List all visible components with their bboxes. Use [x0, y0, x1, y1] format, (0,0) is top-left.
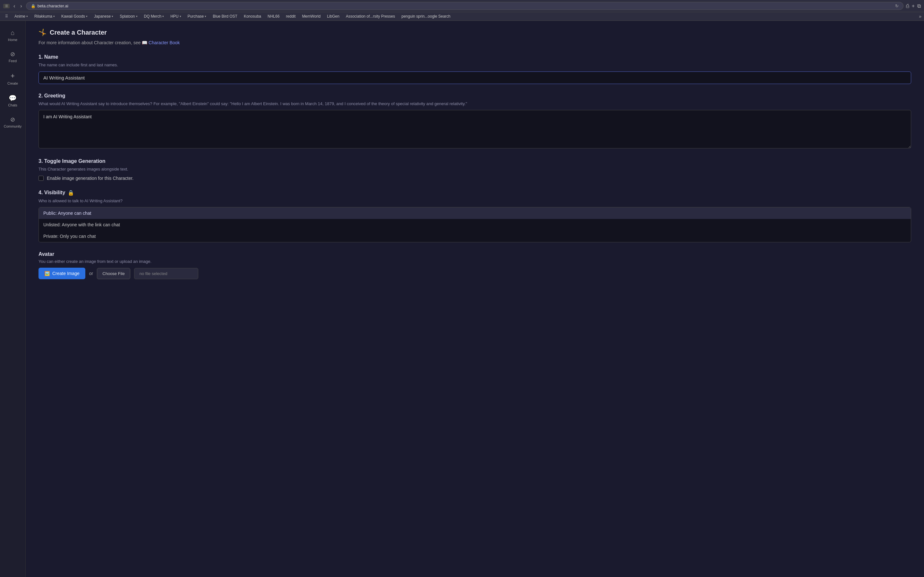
name-input[interactable]: [39, 71, 911, 84]
visibility-option-public[interactable]: Public: Anyone can chat: [39, 207, 911, 219]
sidebar-label-community: Community: [4, 124, 22, 128]
feed-icon: ⊘: [10, 51, 15, 58]
bookmark-kawaii[interactable]: Kawaii Goods ▾: [59, 13, 90, 19]
browser-actions: ⎙ + ⧉: [906, 3, 921, 9]
bookmark-memworld[interactable]: MemWorld: [299, 13, 323, 19]
name-section: 1. Name The name can include first and l…: [39, 54, 911, 84]
bookmark-hpu[interactable]: HPU ▾: [168, 13, 184, 19]
create-image-button[interactable]: 🖼️ Create Image: [39, 268, 86, 279]
greeting-section-title: 2. Greeting: [39, 93, 911, 99]
reload-button[interactable]: ↻: [895, 3, 899, 8]
bookmarks-more-button[interactable]: »: [919, 14, 921, 19]
avatar-section: Avatar You can either create an image fr…: [39, 251, 911, 279]
address-bar[interactable]: 🔒 beta.character.ai ↻: [26, 2, 903, 10]
bookmarks-bar: ⠿ Anime ▾ Rilakkuma ▾ Kawaii Goods ▾ Jap…: [0, 12, 924, 21]
url-text: beta.character.ai: [37, 3, 68, 8]
bookmark-penguin[interactable]: penguin sprin...oogle Search: [399, 13, 453, 19]
sidebar-label-create: Create: [7, 81, 18, 85]
create-image-icon: 🖼️: [44, 271, 50, 276]
image-generation-row: Enable image generation for this Charact…: [39, 176, 911, 181]
greeting-section: 2. Greeting What would AI Writing Assist…: [39, 93, 911, 150]
visibility-title: 4. Visibility 🔒: [39, 190, 911, 196]
sidebar-item-feed[interactable]: ⊘ Feed: [2, 47, 24, 66]
avatar-desc: You can either create an image from text…: [39, 259, 911, 264]
sidebar-item-create[interactable]: + Create: [2, 69, 24, 89]
image-generation-checkbox[interactable]: [39, 176, 44, 181]
home-icon: ⌂: [11, 29, 15, 37]
toggle-image-section: 3. Toggle Image Generation This Characte…: [39, 158, 911, 181]
toggle-image-title: 3. Toggle Image Generation: [39, 158, 911, 164]
create-icon: +: [11, 72, 15, 80]
new-tab-button[interactable]: +: [912, 3, 915, 9]
tabs-button[interactable]: ⧉: [917, 3, 921, 9]
bookmark-nhl[interactable]: NHL66: [265, 13, 282, 19]
bookmark-apps[interactable]: ⠿: [3, 13, 11, 19]
greeting-textarea[interactable]: I am AI Writing Assistant: [39, 110, 911, 148]
bookmark-japanese[interactable]: Japanese ▾: [91, 13, 116, 19]
image-generation-label: Enable image generation for this Charact…: [47, 176, 134, 181]
sidebar-item-home[interactable]: ⌂ Home: [2, 26, 24, 45]
main-content: 🤸 Create a Character For more informatio…: [26, 21, 924, 577]
character-book-link[interactable]: 📖 Character Book: [142, 40, 180, 45]
bookmark-anime[interactable]: Anime ▾: [12, 13, 31, 19]
sidebar: ⌂ Home ⊘ Feed + Create 💬 Chats ⊘ Communi…: [0, 21, 26, 577]
sidebar-item-community[interactable]: ⊘ Community: [2, 113, 24, 131]
bookmark-blue-bird[interactable]: Blue Bird OST: [210, 13, 240, 19]
sidebar-label-chats: Chats: [8, 103, 17, 107]
chats-icon: 💬: [9, 94, 17, 102]
file-name-display: no file selected: [134, 268, 198, 279]
visibility-section: 4. Visibility 🔒 Who is allowed to talk t…: [39, 190, 911, 243]
back-button[interactable]: ‹: [12, 3, 16, 10]
app-layout: ⌂ Home ⊘ Feed + Create 💬 Chats ⊘ Communi…: [0, 21, 924, 577]
bookmark-association[interactable]: Association of...rsity Presses: [343, 13, 397, 19]
bookmark-splatoon[interactable]: Splatoon ▾: [117, 13, 140, 19]
bookmark-konosuba[interactable]: Konosuba: [241, 13, 264, 19]
visibility-select[interactable]: Public: Anyone can chat Unlisted: Anyone…: [39, 207, 911, 242]
page-header: 🤸 Create a Character: [39, 29, 911, 36]
lock-icon: 🔒: [68, 190, 74, 196]
avatar-title: Avatar: [39, 251, 911, 257]
bookmark-dq-merch[interactable]: DQ Merch ▾: [142, 13, 167, 19]
create-image-label: Create Image: [52, 271, 79, 276]
bookmark-purchase[interactable]: Purchase ▾: [185, 13, 209, 19]
bookmark-reddit[interactable]: reddit: [283, 13, 298, 19]
info-line: For more information about Character cre…: [39, 40, 911, 45]
sidebar-toggle-btn[interactable]: ☰: [3, 4, 10, 8]
or-text: or: [89, 271, 93, 276]
name-section-desc: The name can include first and last name…: [39, 62, 911, 68]
sidebar-label-feed: Feed: [9, 59, 17, 63]
page-title: Create a Character: [50, 29, 107, 36]
visibility-desc: Who is allowed to talk to AI Writing Ass…: [39, 198, 911, 204]
share-button[interactable]: ⎙: [906, 3, 909, 9]
bookmark-libgen[interactable]: LibGen: [325, 13, 342, 19]
visibility-option-unlisted[interactable]: Unlisted: Anyone with the link can chat: [39, 219, 911, 230]
toggle-image-desc: This Character generates images alongsid…: [39, 166, 911, 172]
bookmark-rilakkuma[interactable]: Rilakkuma ▾: [32, 13, 57, 19]
avatar-controls: 🖼️ Create Image or Choose File no file s…: [39, 268, 911, 279]
choose-file-button[interactable]: Choose File: [97, 268, 130, 279]
sidebar-item-chats[interactable]: 💬 Chats: [2, 91, 24, 110]
page-icon: 🤸: [39, 29, 47, 36]
lock-icon: 🔒: [31, 4, 36, 8]
sidebar-label-home: Home: [8, 38, 17, 42]
window-controls: ☰: [3, 4, 10, 8]
greeting-section-desc: What would AI Writing Assistant say to i…: [39, 101, 911, 107]
forward-button[interactable]: ›: [19, 3, 23, 10]
visibility-option-private[interactable]: Private: Only you can chat: [39, 230, 911, 242]
community-icon: ⊘: [10, 116, 15, 123]
browser-chrome: ☰ ‹ › 🔒 beta.character.ai ↻ ⎙ + ⧉: [0, 0, 924, 12]
name-section-title: 1. Name: [39, 54, 911, 60]
